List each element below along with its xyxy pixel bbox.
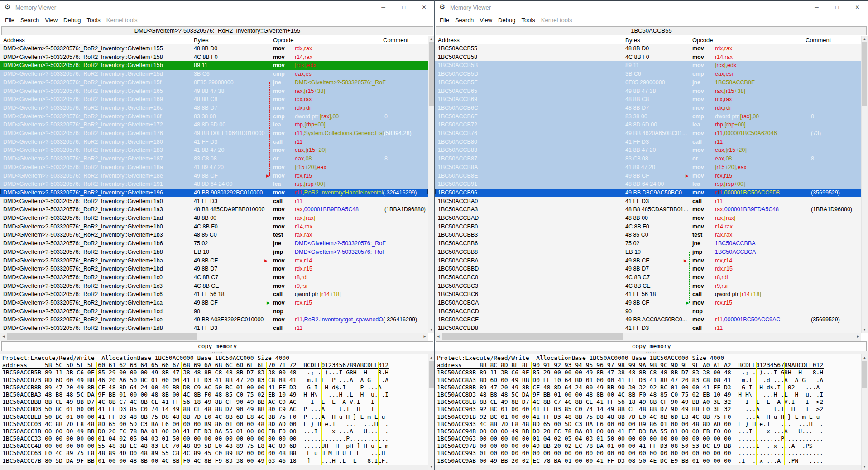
hex-row[interactable]: 1BC50ACC933 4C 8B 7D F8 48 8D 65 00 5D C… — [437, 421, 861, 428]
disasm-row[interactable]: 1BC50ACCB7248 8D 6D 00learbp,[rbp+00] — [435, 121, 861, 129]
disasm-row[interactable]: DMD<GiveItem>?-503320576:_RoR2_Inventory… — [0, 104, 428, 112]
disasm-row[interactable]: 1BC50ACCBB04C 8B F0movr14,rax — [435, 223, 861, 231]
scroll-thumb[interactable] — [429, 42, 434, 106]
disasm-row[interactable]: DMD<GiveItem>?-503320576:_RoR2_Inventory… — [0, 87, 428, 96]
disasm-row[interactable]: 1BC50ACCB8E49 8B CFmovrcx,r15 — [435, 172, 861, 180]
disasm-row[interactable]: DMD<GiveItem>?-503320576:_RoR2_Inventory… — [0, 189, 428, 197]
hex-row[interactable]: 1BC50ACCB8B 89 47 20 49 8B CF 48 8D 64 2… — [2, 384, 428, 391]
disasm-row[interactable]: DMD<GiveItem>?-503320576:_RoR2_Inventory… — [0, 172, 428, 180]
column-header-bytes[interactable]: Bytes — [625, 37, 640, 44]
close-button[interactable]: ✕ — [414, 1, 434, 14]
titlebar[interactable]: ⚙ Memory Viewer ─ □ ✕ — [0, 1, 434, 14]
scroll-thumb[interactable] — [862, 42, 867, 106]
disasm-row[interactable]: 1BC50ACCBC34C 8B CEmovr9,rsi — [435, 282, 861, 291]
menu-item-file[interactable]: File — [440, 17, 449, 24]
column-header-bytes[interactable]: Bytes — [194, 37, 209, 44]
hex-vertical-scrollbar[interactable]: ▲ ▼ — [428, 354, 434, 470]
disasm-row[interactable]: DMD<GiveItem>?-503320576:_RoR2_Inventory… — [0, 155, 428, 163]
disasm-row[interactable]: DMD<GiveItem>?-503320576:_RoR2_Inventory… — [0, 129, 428, 138]
scroll-up-icon[interactable]: ▲ — [428, 37, 434, 40]
disasm-row[interactable]: DMD<GiveItem>?-503320576:_RoR2_Inventory… — [0, 44, 428, 53]
hex-row[interactable]: 1BC50ACC903 92 BC 01 00 00 41 FF D3 85 C… — [437, 406, 861, 413]
hex-row[interactable]: 1BC50ACCC03 4C 8B 7D F8 48 8D 65 00 5D C… — [2, 421, 428, 428]
menu-item-view[interactable]: View — [480, 17, 492, 24]
disasm-row[interactable]: DMD<GiveItem>?-503320576:_RoR2_Inventory… — [0, 53, 428, 62]
minimize-button[interactable]: ─ — [806, 1, 827, 14]
disasm-row[interactable]: DMD<GiveItem>?-503320576:_RoR2_Inventory… — [0, 257, 428, 265]
disasm-row[interactable]: DMD<GiveItem>?-503320576:_RoR2_Inventory… — [0, 61, 428, 70]
scroll-thumb[interactable] — [862, 361, 867, 388]
menu-item-debug[interactable]: Debug — [63, 17, 81, 24]
hex-row[interactable]: 1BC50ACC97B 00 00 00 00 00 49 BB 20 02 E… — [437, 442, 861, 450]
hex-row[interactable]: 1BC50ACC9AB 00 49 BB 20 02 EC 78 BA 01 0… — [437, 457, 861, 465]
disasm-row[interactable]: DMD<GiveItem>?-503320576:_RoR2_Inventory… — [0, 163, 428, 172]
disasm-row[interactable]: 1BC50ACCB584C 8B F0movr14,rax — [435, 53, 861, 62]
disasm-row[interactable]: DMD<GiveItem>?-503320576:_RoR2_Inventory… — [0, 138, 428, 146]
hex-row[interactable]: 1BC50ACC88B 89 11 3B C6 0F 85 29 00 00 0… — [437, 369, 861, 376]
scroll-down-icon[interactable]: ▼ — [428, 328, 434, 331]
hex-row[interactable]: 1BC50ACCC1B 00 00 00 49 BB D0 20 EC 78 B… — [2, 428, 428, 435]
disasm-row[interactable]: DMD<GiveItem>?-503320576:_RoR2_Inventory… — [0, 112, 428, 121]
disasm-row[interactable]: DMD<GiveItem>?-503320576:_RoR2_Inventory… — [0, 248, 428, 257]
menu-item-tools[interactable]: Tools — [521, 17, 535, 24]
hex-view[interactable]: Protect:Execute/Read/Write AllocationBas… — [0, 354, 428, 470]
disasm-row[interactable]: 1BC50ACCB7649 BB 4620A650BC01...movr11,0… — [435, 129, 861, 138]
disasm-row[interactable]: DMD<GiveItem>?-503320576:_RoR2_Inventory… — [0, 180, 428, 189]
disasm-vertical-scrollbar[interactable]: ▲ ▼ — [428, 36, 434, 333]
menu-item-tools[interactable]: Tools — [86, 17, 100, 24]
menu-item-search[interactable]: Search — [20, 17, 39, 24]
hex-row[interactable]: 1BC50ACC94B 00 00 00 49 BB D0 20 EC 78 B… — [437, 428, 861, 435]
address-bar[interactable]: 1BC50ACCB55 — [436, 26, 867, 35]
menu-item-kernel-tools[interactable]: Kernel tools — [541, 17, 572, 24]
splitter-handle[interactable]: ······ — [435, 351, 868, 354]
hex-row[interactable]: 1BC50ACC993 01 00 00 00 00 00 00 00 00 0… — [437, 450, 861, 457]
hex-row[interactable]: 1BC50ACCB73 8D 6D 00 49 BB 46 20 A6 50 B… — [2, 377, 428, 384]
hex-row[interactable]: 1BC50ACCC33 00 00 00 00 00 01 04 02 05 0… — [2, 435, 428, 442]
hex-row[interactable]: 1BC50ACC8A3 8D 6D 00 49 BB D0 EF 10 64 B… — [437, 377, 861, 384]
hex-row[interactable]: 1BC50ACC8BB 89 47 20 49 8B CF 48 8D 64 2… — [437, 384, 861, 391]
hex-row[interactable]: 1BC50ACC8EB 8B CE 49 8B D7 4C 8B C7 4C 8… — [437, 398, 861, 406]
disasm-row[interactable]: DMD<GiveItem>?-503320576:_RoR2_Inventory… — [0, 231, 428, 239]
disasm-horizontal-scrollbar[interactable]: ◄ ► — [435, 333, 861, 341]
disasm-row[interactable]: 1BC50ACCB5548 8B D0movrdx,rax — [435, 44, 861, 53]
disasm-row[interactable]: 1BC50ACCBCD90nop — [435, 307, 861, 316]
disasm-row[interactable]: 1BC50ACCBB675 02jne1BC50ACCBBA — [435, 239, 861, 248]
disasm-row[interactable]: DMD<GiveItem>?-503320576:_RoR2_Inventory… — [0, 282, 428, 291]
scroll-thumb[interactable] — [429, 361, 434, 388]
scroll-down-icon[interactable]: ▼ — [862, 465, 868, 468]
hex-row[interactable]: 1BC50ACC91B 92 BC 01 00 00 41 FF D3 48 8… — [437, 413, 861, 421]
hex-row[interactable]: 1BC50ACCB5B 89 11 3B C6 0F 85 29 00 00 0… — [2, 369, 428, 376]
disasm-row[interactable]: DMD<GiveItem>?-503320576:_RoR2_Inventory… — [0, 265, 428, 273]
disasm-row[interactable]: 1BC50ACCBA348 B8 485CDA9FBB01...movrax,0… — [435, 205, 861, 214]
column-header-address[interactable]: Address — [3, 37, 25, 44]
column-header-comment[interactable]: Comment — [806, 37, 831, 44]
disasm-row[interactable]: 1BC50ACCBB348 85 C0testrax,rax — [435, 231, 861, 239]
disasm-row[interactable]: 1BC50ACCB6F83 38 00cmpdword ptr [rax],00… — [435, 112, 861, 121]
disasm-row[interactable]: 1BC50ACCB5D3B C6cmpeax,esi — [435, 70, 861, 78]
menu-item-search[interactable]: Search — [455, 17, 474, 24]
hex-row[interactable]: 1BC50ACC8D3 48 B8 48 5C DA 9F BB 01 00 0… — [437, 391, 861, 398]
scroll-thumb[interactable] — [442, 333, 623, 340]
menu-item-debug[interactable]: Debug — [498, 17, 515, 24]
hex-row[interactable]: 1BC50ACCBBB 8B CE 49 8B D7 4C 8B C7 4C 8… — [2, 398, 428, 406]
hex-row[interactable]: 1BC50ACCC7B 80 5D DA 9F BB 01 00 00 48 8… — [2, 457, 428, 465]
menu-item-file[interactable]: File — [5, 17, 14, 24]
disasm-row[interactable]: 1BC50ACCBD841 FF D3callr11 — [435, 324, 861, 333]
disasm-row[interactable]: 1BC50ACCB9649 BB D8C9AC50BC0...movr11,00… — [435, 189, 861, 197]
hex-row[interactable]: 1BC50ACCBD3 50 BC 01 00 00 41 FF D3 85 C… — [2, 406, 428, 413]
scroll-up-icon[interactable]: ▲ — [428, 356, 434, 359]
minimize-button[interactable]: ─ — [373, 1, 393, 14]
disasm-row[interactable]: 1BC50ACCB6549 8B 47 38movrax,[r15+38] — [435, 87, 861, 96]
hex-vertical-scrollbar[interactable]: ▲ ▼ — [861, 354, 868, 470]
disasm-row[interactable]: 1BC50ACCBBA49 8B CEmovrcx,r14 — [435, 257, 861, 265]
scroll-left-icon[interactable]: ◄ — [435, 333, 441, 340]
scroll-up-icon[interactable]: ▲ — [862, 356, 868, 359]
hex-view[interactable]: Protect:Execute/Read/Write AllocationBas… — [435, 354, 861, 470]
disasm-row[interactable]: DMD<GiveItem>?-503320576:_RoR2_Inventory… — [0, 70, 428, 78]
column-header-opcode[interactable]: Opcode — [273, 37, 294, 44]
disasm-row[interactable]: DMD<GiveItem>?-503320576:_RoR2_Inventory… — [0, 315, 428, 324]
address-bar[interactable]: DMD<GiveItem>?-503320576:_RoR2_Inventory… — [1, 26, 433, 35]
disasm-row[interactable]: 1BC50ACCB8041 FF D3callr11 — [435, 138, 861, 146]
hex-row[interactable]: 1BC50ACC963 00 00 00 00 00 01 04 02 05 0… — [437, 435, 861, 442]
splitter-handle[interactable]: ······ — [0, 351, 434, 354]
